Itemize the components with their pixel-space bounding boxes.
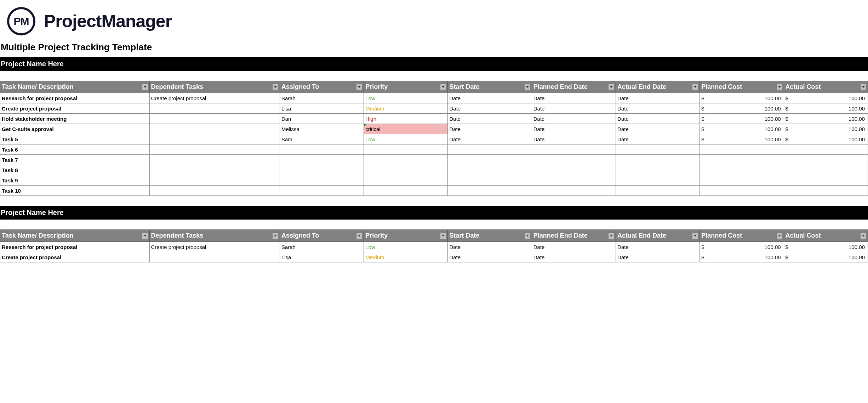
planned-cost-cell[interactable]	[700, 165, 784, 175]
assigned-to-cell[interactable]	[280, 175, 364, 186]
actual-cost-cell[interactable]: $100.00	[784, 242, 868, 252]
assigned-to-cell[interactable]	[280, 144, 364, 155]
task-name-cell[interactable]: Research for project proposal	[0, 93, 150, 103]
planned-cost-cell[interactable]: $100.00	[700, 114, 784, 124]
planned-cost-cell[interactable]: $100.00	[700, 103, 784, 114]
task-name-cell[interactable]: Task 6	[0, 144, 150, 155]
planned-cost-cell[interactable]: $100.00	[700, 124, 784, 134]
planned-end-date-cell[interactable]: Date	[532, 252, 616, 262]
filter-dropdown-icon[interactable]	[272, 84, 279, 90]
start-date-cell[interactable]: Date	[448, 242, 532, 252]
planned-end-date-cell[interactable]: Date	[532, 103, 616, 114]
actual-cost-cell[interactable]: $100.00	[784, 252, 868, 262]
assigned-to-cell[interactable]: Melissa	[280, 124, 364, 134]
priority-cell[interactable]	[364, 186, 448, 196]
planned-end-date-cell[interactable]	[532, 165, 616, 175]
planned-end-date-cell[interactable]: Date	[532, 124, 616, 134]
dependent-tasks-cell[interactable]: Create project proposal	[149, 242, 280, 252]
filter-dropdown-icon[interactable]	[142, 233, 148, 239]
actual-cost-cell[interactable]: $100.00	[784, 124, 868, 134]
start-date-cell[interactable]: Date	[448, 114, 532, 124]
actual-cost-cell[interactable]: $100.00	[784, 103, 868, 114]
task-name-cell[interactable]: Task 8	[0, 165, 150, 175]
actual-end-date-cell[interactable]	[616, 155, 700, 165]
assigned-to-cell[interactable]: Lisa	[280, 103, 364, 114]
assigned-to-cell[interactable]: Lisa	[280, 252, 364, 262]
planned-end-date-cell[interactable]: Date	[532, 93, 616, 103]
actual-cost-cell[interactable]: $100.00	[784, 93, 868, 103]
dependent-tasks-cell[interactable]	[149, 165, 280, 175]
start-date-cell[interactable]	[448, 155, 532, 165]
actual-end-date-cell[interactable]: Date	[616, 114, 700, 124]
planned-cost-cell[interactable]: $100.00	[700, 252, 784, 262]
actual-end-date-cell[interactable]: Date	[616, 252, 700, 262]
dependent-tasks-cell[interactable]: Create project proposal	[149, 93, 280, 103]
assigned-to-cell[interactable]: Dan	[280, 114, 364, 124]
assigned-to-cell[interactable]: Sarah	[280, 93, 364, 103]
planned-end-date-cell[interactable]: Date	[532, 114, 616, 124]
filter-dropdown-icon[interactable]	[776, 84, 783, 90]
actual-end-date-cell[interactable]	[616, 165, 700, 175]
filter-dropdown-icon[interactable]	[142, 84, 148, 90]
start-date-cell[interactable]: Date	[448, 93, 532, 103]
planned-end-date-cell[interactable]	[532, 186, 616, 196]
filter-dropdown-icon[interactable]	[776, 233, 783, 239]
filter-dropdown-icon[interactable]	[524, 84, 531, 90]
assigned-to-cell[interactable]	[280, 165, 364, 175]
task-name-cell[interactable]: Research for project proposal	[0, 242, 150, 252]
task-name-cell[interactable]: Task 7	[0, 155, 150, 165]
filter-dropdown-icon[interactable]	[692, 84, 698, 90]
actual-end-date-cell[interactable]	[616, 186, 700, 196]
filter-dropdown-icon[interactable]	[440, 233, 446, 239]
planned-cost-cell[interactable]: $100.00	[700, 242, 784, 252]
actual-end-date-cell[interactable]	[616, 175, 700, 186]
actual-cost-cell[interactable]: $100.00	[784, 134, 868, 144]
task-name-cell[interactable]: Task 5	[0, 134, 150, 144]
actual-end-date-cell[interactable]: Date	[616, 242, 700, 252]
assigned-to-cell[interactable]	[280, 155, 364, 165]
priority-cell[interactable]: Low	[364, 134, 448, 144]
start-date-cell[interactable]: Date	[448, 103, 532, 114]
dependent-tasks-cell[interactable]	[149, 114, 280, 124]
filter-dropdown-icon[interactable]	[860, 84, 867, 90]
actual-cost-cell[interactable]	[784, 165, 868, 175]
dependent-tasks-cell[interactable]	[149, 252, 280, 262]
dependent-tasks-cell[interactable]	[149, 103, 280, 114]
task-name-cell[interactable]: Get C-suite approval	[0, 124, 150, 134]
dependent-tasks-cell[interactable]	[149, 175, 280, 186]
planned-cost-cell[interactable]	[700, 186, 784, 196]
planned-end-date-cell[interactable]	[532, 155, 616, 165]
planned-cost-cell[interactable]: $100.00	[700, 93, 784, 103]
filter-dropdown-icon[interactable]	[608, 233, 615, 239]
start-date-cell[interactable]: Date	[448, 124, 532, 134]
assigned-to-cell[interactable]: Sam	[280, 134, 364, 144]
filter-dropdown-icon[interactable]	[608, 84, 615, 90]
actual-end-date-cell[interactable]: Date	[616, 134, 700, 144]
planned-end-date-cell[interactable]: Date	[532, 134, 616, 144]
priority-cell[interactable]: Low	[364, 93, 448, 103]
actual-cost-cell[interactable]	[784, 155, 868, 165]
actual-end-date-cell[interactable]: Date	[616, 124, 700, 134]
priority-cell[interactable]: Medium	[364, 103, 448, 114]
planned-cost-cell[interactable]: $100.00	[700, 134, 784, 144]
planned-cost-cell[interactable]	[700, 175, 784, 186]
filter-dropdown-icon[interactable]	[356, 233, 362, 239]
actual-cost-cell[interactable]	[784, 144, 868, 155]
actual-end-date-cell[interactable]: Date	[616, 103, 700, 114]
project-name-bar[interactable]: Project Name Here	[0, 57, 868, 71]
planned-end-date-cell[interactable]	[532, 175, 616, 186]
priority-cell[interactable]: critical	[364, 124, 448, 134]
actual-end-date-cell[interactable]	[616, 144, 700, 155]
priority-cell[interactable]	[364, 155, 448, 165]
priority-cell[interactable]	[364, 165, 448, 175]
priority-cell[interactable]: Low	[364, 242, 448, 252]
start-date-cell[interactable]: Date	[448, 134, 532, 144]
start-date-cell[interactable]	[448, 175, 532, 186]
task-name-cell[interactable]: Create project proposal	[0, 252, 150, 262]
actual-cost-cell[interactable]	[784, 175, 868, 186]
planned-cost-cell[interactable]	[700, 144, 784, 155]
actual-cost-cell[interactable]	[784, 186, 868, 196]
priority-cell[interactable]	[364, 144, 448, 155]
task-name-cell[interactable]: Task 9	[0, 175, 150, 186]
task-name-cell[interactable]: Hold stakeholder meeting	[0, 114, 150, 124]
